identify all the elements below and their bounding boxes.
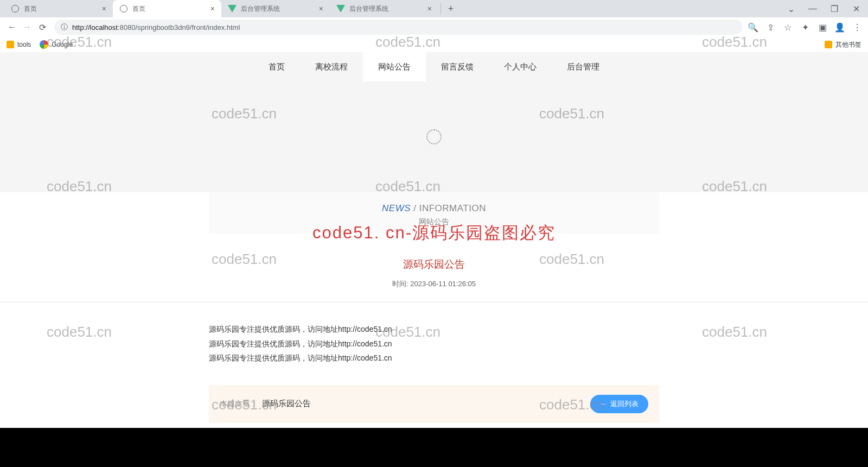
article-meta: 时间: 2023-06-11 01:26:05 [0, 279, 868, 289]
bookmark-google[interactable]: Google [40, 40, 73, 49]
bookmark-label: Google [52, 41, 73, 48]
vue-icon [228, 4, 237, 13]
footer-bar [0, 428, 868, 467]
watermark-bg: code51.cn [702, 324, 767, 340]
share-icon[interactable]: ⇪ [764, 22, 777, 33]
browser-chrome: 首页 × 首页 × 后台管理系统 × 后台管理系统 × + ⌄ — ❐ ✕ ← … [0, 0, 868, 52]
watermark-bg: code51.cn [47, 324, 112, 340]
article-footer: 本篇文章： 源码乐园公告 ← 返回列表 [209, 385, 659, 423]
zoom-icon[interactable]: 🔍 [746, 22, 760, 33]
article-title: 源码乐园公告 [0, 257, 868, 272]
browser-tab-3[interactable]: 后台管理系统 × [330, 0, 438, 17]
nav-item-home[interactable]: 首页 [253, 52, 300, 81]
time-label: 时间: [392, 280, 409, 288]
url-path: :8080/springbootb3dn9/front/index.html [118, 23, 240, 31]
globe-icon [119, 4, 128, 13]
tab-title: 首页 [24, 4, 98, 14]
folder-icon [7, 41, 14, 48]
nav-item-personal[interactable]: 个人中心 [489, 52, 552, 81]
new-tab-button[interactable]: + [443, 3, 458, 15]
chevron-down-icon[interactable]: ⌄ [783, 4, 799, 14]
forward-button[interactable]: → [20, 20, 35, 35]
article-header: 源码乐园公告 时间: 2023-06-11 01:26:05 [0, 244, 868, 299]
footer-label: 本篇文章： [220, 399, 258, 409]
loading-spinner-icon [426, 129, 442, 144]
folder-icon [825, 41, 832, 48]
footer-title: 源码乐园公告 [262, 399, 311, 409]
close-icon[interactable]: × [319, 4, 323, 13]
close-icon[interactable]: × [427, 4, 432, 13]
article-line: 源码乐园专注提供优质源码，访问地址http://code51.cn [209, 337, 659, 351]
menu-icon[interactable]: ⋮ [851, 22, 864, 33]
bookmark-tools[interactable]: tools [7, 41, 31, 48]
address-bar[interactable]: ⓘ http://localhost:8080/springbootb3dn9/… [54, 20, 742, 35]
extensions-icon[interactable]: ✦ [799, 22, 812, 33]
star-icon[interactable]: ☆ [781, 22, 794, 33]
window-controls: ⌄ — ❐ ✕ [783, 4, 868, 14]
google-icon [40, 40, 48, 49]
url-host: localhost [90, 23, 118, 31]
tab-title: 首页 [132, 4, 206, 14]
close-window-icon[interactable]: ✕ [848, 4, 864, 14]
browser-tab-0[interactable]: 首页 × [4, 0, 113, 17]
back-to-list-button[interactable]: ← 返回列表 [590, 395, 648, 413]
page-nav: 首页 离校流程 网站公告 留言反馈 个人中心 后台管理 [0, 52, 868, 81]
section-title-en: NEWS / INFORMATION [209, 203, 659, 214]
article-body: 源码乐园专注提供优质源码，访问地址http://code51.cn 源码乐园专注… [209, 322, 659, 365]
url-prefix: http:// [72, 23, 90, 31]
arrow-left-icon: ← [600, 400, 607, 408]
banner [0, 81, 868, 192]
tab-title: 后台管理系统 [241, 4, 315, 14]
info-icon: ⓘ [61, 22, 68, 32]
close-icon[interactable]: × [102, 4, 106, 13]
article-line: 源码乐园专注提供优质源码，访问地址http://code51.cn [209, 322, 659, 337]
bookmarks-bar: tools Google 其他书签 [0, 37, 868, 52]
vue-icon [336, 4, 345, 13]
address-row: ← → ⟳ ⓘ http://localhost:8080/springboot… [0, 17, 868, 37]
time-value: 2023-06-11 01:26:05 [410, 280, 476, 288]
other-bookmarks[interactable]: 其他书签 [825, 40, 861, 49]
nav-item-announcement[interactable]: 网站公告 [363, 52, 426, 81]
browser-tab-1[interactable]: 首页 × [113, 0, 221, 17]
globe-icon [11, 4, 20, 13]
nav-item-feedback[interactable]: 留言反馈 [426, 52, 489, 81]
watermark-overlay: code51. cn-源码乐园盗图必究 [0, 222, 868, 244]
divider [0, 302, 868, 302]
tab-title: 后台管理系统 [349, 4, 423, 14]
minimize-icon[interactable]: — [805, 4, 820, 14]
tab-divider [441, 3, 441, 14]
close-icon[interactable]: × [210, 4, 215, 13]
reload-button[interactable]: ⟳ [35, 20, 50, 35]
back-button-label: 返回列表 [610, 399, 639, 409]
article-line: 源码乐园专注提供优质源码，访问地址http://code51.cn [209, 351, 659, 365]
address-actions: 🔍 ⇪ ☆ ✦ ▣ 👤 ⋮ [746, 22, 864, 33]
bookmark-label: 其他书签 [835, 40, 861, 49]
maximize-icon[interactable]: ❐ [827, 4, 842, 14]
bookmark-label: tools [17, 41, 31, 48]
tabs-row: 首页 × 首页 × 后台管理系统 × 后台管理系统 × + ⌄ — ❐ ✕ [0, 0, 868, 17]
browser-tab-2[interactable]: 后台管理系统 × [221, 0, 330, 17]
profile-icon[interactable]: 👤 [833, 22, 846, 33]
side-panel-icon[interactable]: ▣ [816, 22, 829, 33]
nav-item-admin[interactable]: 后台管理 [552, 52, 615, 81]
back-button[interactable]: ← [4, 20, 20, 35]
nav-item-leave-process[interactable]: 离校流程 [300, 52, 363, 81]
